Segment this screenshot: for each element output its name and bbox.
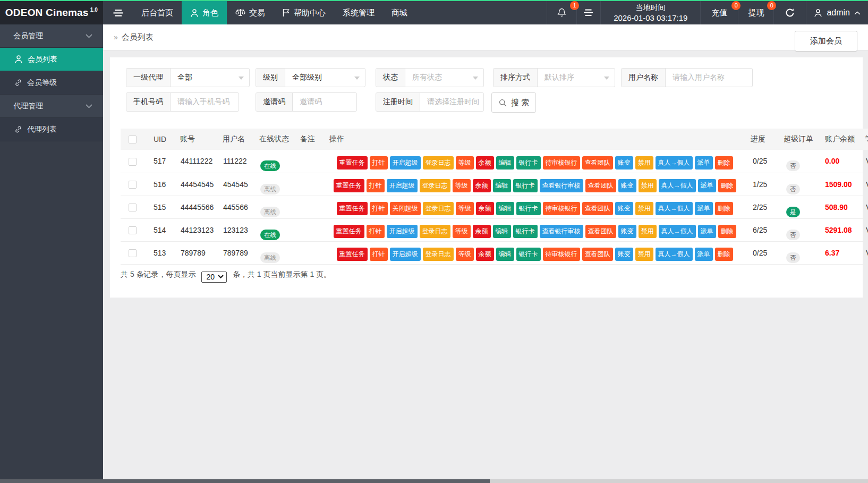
action-编辑[interactable]: 编辑 xyxy=(496,248,514,261)
sidebar-item-member-list[interactable]: 会员列表 xyxy=(0,48,103,71)
action-查看团队[interactable]: 查看团队 xyxy=(582,202,613,215)
filter-select[interactable]: 默认排序 xyxy=(538,69,615,87)
nav-trade[interactable]: 交易 xyxy=(227,1,274,24)
filter-select[interactable]: 全部级别 xyxy=(285,69,365,87)
action-等级[interactable]: 等级 xyxy=(453,225,471,238)
action-禁用[interactable]: 禁用 xyxy=(635,156,653,170)
action-打针[interactable]: 打针 xyxy=(367,179,385,192)
action-查看团队[interactable]: 查看团队 xyxy=(585,179,616,192)
action-等级[interactable]: 等级 xyxy=(456,248,474,261)
action-删除[interactable]: 删除 xyxy=(715,248,733,261)
action-真人→假人[interactable]: 真人→假人 xyxy=(659,225,696,238)
action-登录日志[interactable]: 登录日志 xyxy=(423,156,454,170)
notifications-button[interactable]: 1 xyxy=(547,1,576,24)
add-member-button[interactable]: 添加会员 xyxy=(795,31,857,52)
action-编辑[interactable]: 编辑 xyxy=(496,202,514,215)
nav-mall[interactable]: 商城 xyxy=(383,1,416,24)
nav-home[interactable]: 后台首页 xyxy=(133,1,182,24)
action-真人→假人[interactable]: 真人→假人 xyxy=(656,156,693,170)
action-待审核银行[interactable]: 待审核银行 xyxy=(543,248,580,261)
action-查看银行审核[interactable]: 查看银行审核 xyxy=(540,225,583,238)
action-打针[interactable]: 打针 xyxy=(370,248,388,261)
action-删除[interactable]: 删除 xyxy=(718,225,736,238)
action-查看团队[interactable]: 查看团队 xyxy=(582,156,613,170)
sidebar-item-member-level[interactable]: 会员等级 xyxy=(0,71,103,95)
filter-input[interactable]: 请选择注册时间 xyxy=(420,93,483,111)
action-等级[interactable]: 等级 xyxy=(456,156,474,170)
action-查看银行审核[interactable]: 查看银行审核 xyxy=(540,179,583,192)
withdraw-button[interactable]: 提现 0 xyxy=(738,1,773,24)
action-开启超级[interactable]: 开启超级 xyxy=(387,225,418,238)
page-size-select[interactable]: 20 xyxy=(201,272,227,283)
action-银行卡[interactable]: 银行卡 xyxy=(516,248,541,261)
action-账变[interactable]: 账变 xyxy=(615,202,633,215)
action-禁用[interactable]: 禁用 xyxy=(639,179,657,192)
row-checkbox[interactable] xyxy=(129,181,137,189)
action-禁用[interactable]: 禁用 xyxy=(635,202,653,215)
action-余额[interactable]: 余额 xyxy=(476,248,494,261)
action-账变[interactable]: 账变 xyxy=(618,179,636,192)
action-登录日志[interactable]: 登录日志 xyxy=(423,248,454,261)
action-账变[interactable]: 账变 xyxy=(618,225,636,238)
action-开启超级[interactable]: 开启超级 xyxy=(387,179,418,192)
action-登录日志[interactable]: 登录日志 xyxy=(420,179,450,192)
action-真人→假人[interactable]: 真人→假人 xyxy=(656,202,693,215)
sidebar-item-agent-list[interactable]: 代理列表 xyxy=(0,118,103,141)
action-等级[interactable]: 等级 xyxy=(456,202,474,215)
action-待审核银行[interactable]: 待审核银行 xyxy=(543,202,580,215)
nav-help[interactable]: 帮助中心 xyxy=(274,1,334,24)
action-重置任务[interactable]: 重置任务 xyxy=(334,225,364,238)
sidebar-group-member-management[interactable]: 会员管理 xyxy=(0,24,103,48)
search-button[interactable]: 搜 索 xyxy=(491,92,536,113)
row-checkbox[interactable] xyxy=(129,249,137,257)
action-重置任务[interactable]: 重置任务 xyxy=(337,156,368,170)
action-查看团队[interactable]: 查看团队 xyxy=(582,248,613,261)
row-checkbox[interactable] xyxy=(129,204,137,211)
action-编辑[interactable]: 编辑 xyxy=(493,225,511,238)
action-派单[interactable]: 派单 xyxy=(698,225,716,238)
action-重置任务[interactable]: 重置任务 xyxy=(334,179,364,192)
horizontal-scrollbar-thumb[interactable] xyxy=(0,479,490,483)
action-登录日志[interactable]: 登录日志 xyxy=(420,225,450,238)
action-重置任务[interactable]: 重置任务 xyxy=(337,202,368,215)
action-银行卡[interactable]: 银行卡 xyxy=(513,179,538,192)
action-余额[interactable]: 余额 xyxy=(473,225,491,238)
action-删除[interactable]: 删除 xyxy=(718,179,736,192)
action-余额[interactable]: 余额 xyxy=(473,179,491,192)
filter-input[interactable]: 邀请码 xyxy=(293,93,356,111)
action-真人→假人[interactable]: 真人→假人 xyxy=(656,248,693,261)
horizontal-scrollbar[interactable] xyxy=(0,479,868,483)
select-all-checkbox[interactable] xyxy=(129,135,137,143)
action-开启超级[interactable]: 开启超级 xyxy=(390,248,421,261)
action-派单[interactable]: 派单 xyxy=(698,179,716,192)
action-派单[interactable]: 派单 xyxy=(695,156,713,170)
action-关闭超级[interactable]: 关闭超级 xyxy=(390,202,421,215)
filter-select[interactable]: 全部 xyxy=(171,69,249,87)
filter-input[interactable]: 请输入用户名称 xyxy=(666,69,752,87)
action-编辑[interactable]: 编辑 xyxy=(496,156,514,170)
action-银行卡[interactable]: 银行卡 xyxy=(516,156,541,170)
action-账变[interactable]: 账变 xyxy=(615,156,633,170)
action-真人→假人[interactable]: 真人→假人 xyxy=(659,179,696,192)
action-开启超级[interactable]: 开启超级 xyxy=(390,156,421,170)
action-派单[interactable]: 派单 xyxy=(695,202,713,215)
action-待审核银行[interactable]: 待审核银行 xyxy=(543,156,580,170)
recharge-button[interactable]: 充值 0 xyxy=(700,1,738,24)
user-menu[interactable]: admin xyxy=(806,1,868,24)
action-打针[interactable]: 打针 xyxy=(370,202,388,215)
action-银行卡[interactable]: 银行卡 xyxy=(516,202,541,215)
nav-system[interactable]: 系统管理 xyxy=(334,1,383,24)
action-等级[interactable]: 等级 xyxy=(453,179,471,192)
action-编辑[interactable]: 编辑 xyxy=(493,179,511,192)
action-删除[interactable]: 删除 xyxy=(715,202,733,215)
nav-role[interactable]: 角色 xyxy=(182,1,227,24)
action-禁用[interactable]: 禁用 xyxy=(639,225,657,238)
action-余额[interactable]: 余额 xyxy=(476,202,494,215)
sidebar-toggle-button[interactable] xyxy=(103,1,133,24)
action-打针[interactable]: 打针 xyxy=(370,156,388,170)
action-银行卡[interactable]: 银行卡 xyxy=(513,225,538,238)
control-panel-toggle-button[interactable] xyxy=(576,1,600,24)
action-余额[interactable]: 余额 xyxy=(476,156,494,170)
action-删除[interactable]: 删除 xyxy=(715,156,733,170)
action-登录日志[interactable]: 登录日志 xyxy=(423,202,454,215)
